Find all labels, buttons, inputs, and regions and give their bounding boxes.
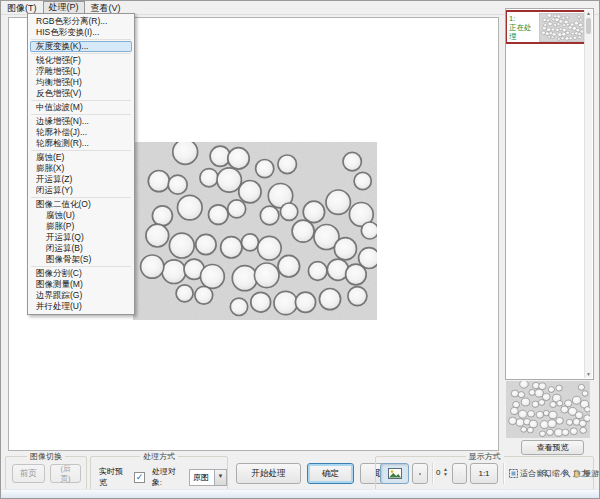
image-view-button[interactable]	[380, 463, 409, 484]
menu-item[interactable]: 轮廓检测(R)...	[28, 138, 134, 149]
menu-item[interactable]: 图像分割(C)	[28, 268, 134, 279]
menu-item[interactable]: 图像测量(M)	[28, 279, 134, 290]
menu-item[interactable]: 图像骨架(S)	[28, 254, 134, 265]
pan-button[interactable]: 漫游	[572, 468, 599, 479]
menu-item[interactable]: 膨胀(P)	[28, 221, 134, 232]
process-options-group-label: 处理方式	[140, 451, 178, 462]
list-item-thumbnail[interactable]	[539, 13, 584, 42]
ok-button[interactable]: 确定	[307, 463, 354, 484]
zoom-value: 0	[436, 468, 440, 477]
menu-item[interactable]: 腐蚀(E)	[28, 152, 134, 163]
picture-icon	[388, 468, 402, 479]
next-page-button[interactable]: (后页)	[50, 464, 81, 483]
process-target-label: 处理对象:	[152, 466, 185, 488]
process-target-combobox[interactable]: 原图 ▼	[189, 469, 227, 486]
menu-item[interactable]: 图像二值化(O)	[28, 199, 134, 210]
menubar-item[interactable]: 图像(T)	[1, 2, 43, 14]
process-options-group: 处理方式 实时预览 ✓ 处理对象: 原图 ▼	[90, 456, 228, 491]
menu-item[interactable]: 腐蚀(U)	[28, 210, 134, 221]
fit-window-icon	[509, 469, 518, 478]
actual-size-button[interactable]: 1:1	[470, 463, 498, 484]
menu-separator	[31, 266, 131, 267]
menu-item[interactable]: 锐化增强(F)	[28, 55, 134, 66]
menu-item[interactable]: 膨胀(X)	[28, 163, 134, 174]
realtime-preview-checkbox[interactable]: ✓	[134, 472, 145, 483]
menu-item[interactable]: RGB色彩分离(R)...	[28, 16, 134, 27]
menu-separator	[31, 100, 131, 101]
menu-item[interactable]: 开运算(Q)	[28, 232, 134, 243]
menu-separator	[31, 114, 131, 115]
menu-item[interactable]: 均衡增强(H)	[28, 77, 134, 88]
stepper-down-icon[interactable]: ▼	[443, 472, 448, 477]
toolbar-divider	[432, 463, 433, 484]
menubar-item[interactable]: 查看(V)	[85, 2, 127, 14]
menu-item[interactable]: 浮雕增强(L)	[28, 66, 134, 77]
menu-item[interactable]: 反色增强(V)	[28, 88, 134, 99]
list-item-number: 1:	[509, 14, 539, 23]
magnifier-icon	[459, 468, 460, 479]
page-switch-group: 图像切换 前页 (后页)	[5, 456, 87, 491]
menu-item[interactable]: 边界跟踪(G)	[28, 290, 134, 301]
menu-separator	[31, 53, 131, 54]
grid-icon	[419, 469, 421, 479]
menu-item[interactable]: 边缘增强(N)...	[28, 116, 134, 127]
display-mode-group-label: 显示方式	[466, 451, 504, 462]
list-item-caption: 1: 正在处理	[507, 14, 539, 41]
zoom-stepper[interactable]: ▲▼	[443, 467, 448, 477]
page-switch-group-label: 图像切换	[27, 451, 65, 462]
display-mode-group: 显示方式 0 ▲▼ 1:1	[375, 456, 594, 491]
image-list-item-selected[interactable]: 1: 正在处理	[506, 10, 585, 44]
magnifier-button[interactable]	[452, 463, 467, 484]
combobox-value: 原图	[190, 472, 214, 483]
image-list[interactable]: 1: 正在处理 ▲ ▼	[505, 8, 594, 380]
menu-item[interactable]: 开运算(Z)	[28, 174, 134, 185]
menu-item[interactable]: HIS色彩变换(I)...	[28, 27, 134, 38]
app-window: 图像(T)处理(P)查看(V) RGB色彩分离(R)...HIS色彩变换(I).…	[0, 0, 600, 499]
list-item-status: 正在处理	[509, 23, 539, 41]
chevron-down-icon[interactable]: ▼	[214, 470, 226, 485]
menu-item[interactable]: 轮廓补偿(J)...	[28, 127, 134, 138]
menu-item[interactable]: 并行处理(U)	[28, 301, 134, 312]
list-scrollbar[interactable]: ▲ ▼	[584, 10, 592, 378]
hand-icon	[572, 469, 581, 478]
menu-separator	[31, 150, 131, 151]
zoom-out-icon	[541, 469, 550, 478]
menu-item-highlighted[interactable]: 灰度变换(K)...	[30, 41, 132, 52]
realtime-preview-label: 实时预览	[99, 466, 130, 488]
window-footer	[1, 489, 599, 498]
scrollbar-thumb[interactable]	[586, 18, 591, 34]
microscope-image	[133, 142, 377, 320]
menu-item[interactable]: 闭运算(Y)	[28, 185, 134, 196]
preview-button[interactable]: 查看预览	[521, 440, 584, 455]
preview-thumbnail[interactable]	[506, 381, 590, 438]
menu-item[interactable]: 闭运算(B)	[28, 243, 134, 254]
scroll-down-icon[interactable]: ▼	[585, 371, 592, 378]
scroll-up-icon[interactable]: ▲	[585, 10, 592, 17]
menu-separator	[31, 39, 131, 40]
menu-item[interactable]: 中值滤波(M)	[28, 102, 134, 113]
zoom-in-icon	[562, 469, 571, 478]
grid-view-button[interactable]	[412, 463, 428, 484]
start-process-button[interactable]: 开始处理	[236, 463, 301, 484]
process-menu-popup: RGB色彩分离(R)...HIS色彩变换(I)...灰度变换(K)...锐化增强…	[27, 13, 135, 315]
menu-separator	[31, 197, 131, 198]
toolbar-divider	[503, 463, 504, 484]
prev-page-button[interactable]: 前页	[12, 464, 45, 483]
